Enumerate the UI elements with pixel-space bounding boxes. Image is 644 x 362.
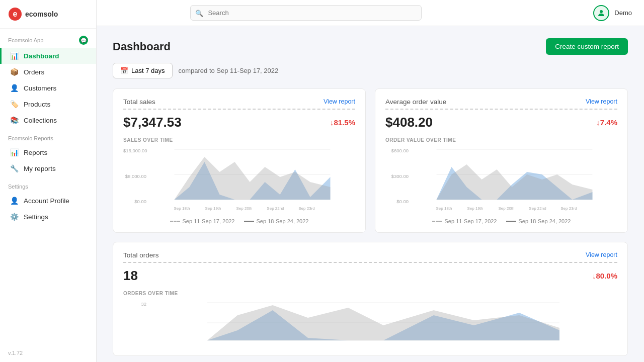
main-area: 🔍 Demo Dashboard Create custom report 📅 …: [97, 0, 644, 362]
avg-order-change: ↓7.4%: [596, 118, 617, 127]
sidebar-settings-label: Settings: [24, 213, 48, 221]
total-orders-card: Total orders View report 18 ↓80.0% ORDER…: [113, 242, 628, 356]
content-area: Dashboard Create custom report 📅 Last 7 …: [97, 26, 644, 362]
orders-icon: 📦: [10, 68, 19, 76]
settings-icon: ⚙️: [10, 213, 19, 221]
legend-item-curr-order: Sep 18-Sep 24, 2022: [506, 218, 571, 224]
legend-item-curr: Sep 18-Sep 24, 2022: [244, 218, 309, 224]
orders-y-axis: 32: [123, 300, 149, 347]
total-sales-value-row: $7,347.53 ↓81.5%: [123, 115, 355, 130]
y-label-bot: $0.00: [385, 199, 409, 204]
orders-chart-label: ORDERS OVER TIME: [123, 291, 617, 296]
avg-order-card-header: Average order value View report: [385, 98, 617, 106]
total-sales-title: Total sales: [123, 98, 155, 106]
total-sales-value: $7,347.53: [123, 115, 182, 130]
sales-chart-area: $16,000.00 $8,000.00 $0.00: [123, 147, 355, 214]
avg-order-title: Average order value: [385, 98, 446, 106]
search-icon: 🔍: [195, 9, 203, 17]
sidebar-item-products[interactable]: 🏷️ Products: [0, 96, 96, 112]
calendar-icon: 📅: [120, 67, 128, 74]
topbar: 🔍 Demo: [97, 0, 644, 26]
total-orders-header: Total orders View report: [123, 251, 617, 259]
search-bar-container: 🔍: [190, 5, 422, 21]
total-orders-title: Total orders: [123, 251, 159, 259]
svg-text:Sep 23rd: Sep 23rd: [298, 206, 314, 211]
customers-icon: 👤: [10, 84, 19, 92]
user-name: Demo: [614, 9, 632, 17]
svg-text:Sep 20th: Sep 20th: [498, 206, 514, 211]
svg-text:Sep 22nd: Sep 22nd: [529, 206, 546, 211]
total-orders-value-row: 18 ↓80.0%: [123, 268, 617, 284]
chat-icon[interactable]: 💬: [79, 36, 88, 45]
sidebar: e ecomsolo Ecomsolo App 💬 📊 Dashboard 📦 …: [0, 0, 97, 362]
avg-order-divider: [385, 109, 617, 110]
collections-icon: 📚: [10, 116, 19, 124]
app-version: v.1.72: [0, 344, 96, 362]
svg-text:Sep 23rd: Sep 23rd: [560, 206, 577, 211]
my-reports-icon: 🔧: [10, 164, 19, 172]
date-filter-row: 📅 Last 7 days compared to Sep 11-Sep 17,…: [113, 63, 628, 78]
sales-y-axis: $16,000.00 $8,000.00 $0.00: [123, 147, 149, 214]
avg-order-view-report-link[interactable]: View report: [586, 98, 617, 105]
orders-chart-svg: [149, 300, 617, 345]
date-btn-label: Last 7 days: [131, 67, 165, 74]
sidebar-item-account-profile[interactable]: 👤 Account Profile: [0, 193, 96, 209]
legend-curr-label: Sep 18-Sep 24, 2022: [257, 218, 309, 224]
total-sales-card-header: Total sales View report: [123, 98, 355, 106]
total-sales-change: ↓81.5%: [330, 118, 355, 127]
sidebar-item-collections[interactable]: 📚 Collections: [0, 112, 96, 128]
sales-chart-svg-col: Sep 18th Sep 19th Sep 20th Sep 22nd Sep …: [149, 147, 355, 214]
sales-chart-legend: Sep 11-Sep 17, 2022 Sep 18-Sep 24, 2022: [123, 218, 355, 224]
avg-order-value-row: $408.20 ↓7.4%: [385, 115, 617, 130]
orders-y-top: 32: [123, 301, 146, 307]
dashboard-icon: 📊: [10, 52, 19, 60]
total-sales-view-report-link[interactable]: View report: [324, 98, 355, 105]
order-chart-label: ORDER VALUE OVER TIME: [385, 137, 617, 143]
page-header: Dashboard Create custom report: [113, 38, 628, 55]
orders-chart-area: 32: [123, 300, 617, 347]
sales-chart-svg: Sep 18th Sep 19th Sep 20th Sep 22nd Sep …: [149, 147, 355, 212]
reports-icon: 📊: [10, 148, 19, 156]
avg-order-card: Average order value View report $408.20 …: [375, 88, 628, 233]
products-icon: 🏷️: [10, 100, 19, 108]
legend-prev-order-label: Sep 11-Sep 17, 2022: [445, 218, 497, 224]
user-avatar: [593, 5, 609, 21]
sidebar-item-dashboard[interactable]: 📊 Dashboard: [0, 48, 96, 64]
logo-area: e ecomsolo: [0, 0, 96, 29]
user-icon: [597, 9, 606, 18]
sidebar-item-customers[interactable]: 👤 Customers: [0, 80, 96, 96]
date-range-button[interactable]: 📅 Last 7 days: [113, 63, 173, 78]
order-y-axis: $600.00 $300.00 $0.00: [385, 147, 412, 214]
sidebar-item-settings[interactable]: ⚙️ Settings: [0, 209, 96, 225]
sidebar-collections-label: Collections: [24, 117, 57, 124]
sales-chart-label: SALES OVER TIME: [123, 137, 355, 143]
search-input[interactable]: [190, 5, 422, 21]
logo-icon: e ecomsolo: [8, 7, 73, 21]
section-ecomsolo-app-label: Ecomsolo App 💬: [0, 29, 96, 48]
y-label-mid: $8,000.00: [123, 173, 146, 179]
legend-item-prev-order: Sep 11-Sep 17, 2022: [432, 218, 497, 224]
sidebar-item-reports[interactable]: 📊 Reports: [0, 144, 96, 160]
svg-text:Sep 19th: Sep 19th: [205, 206, 221, 211]
total-orders-divider: [123, 262, 617, 263]
svg-text:Sep 18th: Sep 18th: [174, 206, 190, 211]
page-title: Dashboard: [113, 40, 171, 53]
section-settings-label: Settings: [0, 176, 96, 193]
total-orders-view-report-link[interactable]: View report: [586, 251, 617, 258]
order-chart-svg-col: Sep 18th Sep 19th Sep 20th Sep 22nd Sep …: [412, 147, 617, 214]
sidebar-item-my-reports[interactable]: 🔧 My reports: [0, 160, 96, 176]
sidebar-account-label: Account Profile: [24, 197, 69, 205]
sidebar-item-orders[interactable]: 📦 Orders: [0, 64, 96, 80]
create-custom-report-button[interactable]: Create custom report: [546, 38, 628, 55]
total-orders-value: 18: [123, 268, 138, 284]
legend-solid-line-order: [506, 221, 516, 222]
legend-prev-label: Sep 11-Sep 17, 2022: [183, 218, 235, 224]
legend-item-prev: Sep 11-Sep 17, 2022: [170, 218, 235, 224]
order-chart-area: $600.00 $300.00 $0.00: [385, 147, 617, 214]
svg-text:Sep 20th: Sep 20th: [236, 206, 252, 211]
topbar-right: Demo: [593, 5, 632, 21]
account-icon: 👤: [10, 197, 19, 205]
sidebar-orders-label: Orders: [24, 68, 44, 76]
y-label-top: $600.00: [385, 148, 409, 153]
svg-text:Sep 18th: Sep 18th: [436, 206, 452, 211]
